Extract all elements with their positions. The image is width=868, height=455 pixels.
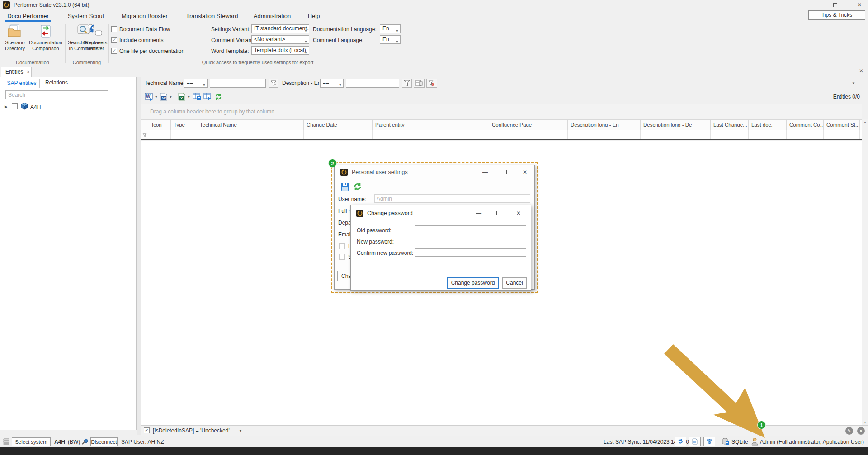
autofilter-cell[interactable] xyxy=(304,130,373,139)
column-header-parent-entity[interactable]: Parent entity xyxy=(373,120,489,130)
user-icon[interactable] xyxy=(751,437,758,446)
autofilter-cell[interactable] xyxy=(711,130,749,139)
scenario-directory-button[interactable]: Scenario Directory xyxy=(2,23,28,52)
column-header-type[interactable]: Type xyxy=(171,120,197,130)
tips-tricks-button[interactable]: Tips & Tricks xyxy=(808,10,865,20)
apply-filter-icon[interactable] xyxy=(402,79,412,88)
vertical-scrollbar[interactable]: ▲ ▼ xyxy=(862,119,868,425)
settings-variant-dropdown[interactable]: IT standard document... xyxy=(251,24,309,33)
user-name-input[interactable] xyxy=(374,194,530,203)
filter-row-dropdown-icon[interactable]: ▼ xyxy=(852,81,855,85)
autofilter-cell[interactable] xyxy=(641,130,711,139)
scroll-down-icon[interactable]: ▼ xyxy=(863,421,867,424)
column-header-description-en[interactable]: Description long - En xyxy=(568,120,641,130)
dialog-close-button[interactable]: ✕ xyxy=(512,210,525,216)
window-minimize-button[interactable]: — xyxy=(805,1,818,9)
filter-technical-name-operator[interactable]: == xyxy=(184,79,208,88)
comments-transfer-button[interactable]: Comments Transfer xyxy=(83,23,107,52)
confirm-password-input[interactable] xyxy=(415,248,526,257)
one-file-per-doc-checkbox[interactable] xyxy=(111,48,117,54)
tree-search-input[interactable] xyxy=(5,90,108,99)
tab-entities[interactable]: Entities× xyxy=(1,67,32,77)
ribbon-tab-administration[interactable]: Administration xyxy=(250,12,295,22)
documentation-comparison-button[interactable]: Documentation Comparison xyxy=(29,23,62,52)
autofilter-cell[interactable] xyxy=(197,130,304,139)
ribbon-tab-docu-performer[interactable]: Docu Performer xyxy=(5,12,51,22)
comment-language-dropdown[interactable]: En xyxy=(380,35,401,44)
reload-icon[interactable] xyxy=(353,182,362,191)
include-comments-checkbox[interactable] xyxy=(111,37,117,43)
tree-item-checkbox[interactable] xyxy=(12,103,18,109)
filter-panel-checkbox[interactable] xyxy=(144,427,150,433)
document-area-close-icon[interactable]: ✕ xyxy=(859,68,863,74)
clear-filter-icon[interactable]: x xyxy=(426,79,437,88)
edit-filter-icon[interactable]: ✎ xyxy=(845,427,853,435)
column-header-description-de[interactable]: Description long - De xyxy=(641,120,711,130)
change-password-button[interactable]: Change password xyxy=(447,277,499,289)
dialog-close-button[interactable]: ✕ xyxy=(518,169,532,175)
autofilter-cell[interactable] xyxy=(149,130,171,139)
column-header-comment-st[interactable]: Comment St... xyxy=(824,120,860,130)
old-password-input[interactable] xyxy=(415,225,526,234)
panel-splitter[interactable] xyxy=(137,77,141,435)
comment-variant-dropdown[interactable]: <No variant> xyxy=(251,35,309,44)
dialog-minimize-button[interactable]: — xyxy=(478,169,492,175)
autofilter-cell[interactable] xyxy=(749,130,787,139)
ribbon-tab-translation-steward[interactable]: Translation Steward xyxy=(183,12,241,22)
window-close-button[interactable]: ✕ xyxy=(853,1,866,9)
window-maximize-button[interactable] xyxy=(833,3,837,7)
word-export-dropdown-icon[interactable]: ▼ xyxy=(155,95,158,99)
documentation-language-dropdown[interactable]: En xyxy=(380,24,401,33)
disconnect-button[interactable]: Disconnect xyxy=(90,437,118,446)
excel-export-icon[interactable]: X xyxy=(178,93,185,101)
word-template-dropdown-icon[interactable]: ▼ xyxy=(169,95,172,99)
column-header-last-doc[interactable]: Last doc. xyxy=(749,120,787,130)
settings-checkbox-1[interactable] xyxy=(339,243,345,249)
autofilter-cell[interactable] xyxy=(787,130,824,139)
autofilter-cell[interactable] xyxy=(824,130,860,139)
dialog-maximize-button[interactable] xyxy=(496,211,500,215)
word-template-dropdown[interactable]: Template.dotx (Local) xyxy=(251,46,309,55)
column-header-icon[interactable]: Icon xyxy=(149,120,171,130)
column-header-comment-co[interactable]: Comment Co... xyxy=(787,120,824,130)
select-system-button[interactable]: Select system xyxy=(12,437,51,446)
autofilter-cell[interactable] xyxy=(568,130,641,139)
ribbon-tab-system-scout[interactable]: System Scout xyxy=(64,12,108,22)
tab-relations[interactable]: Relations xyxy=(42,79,71,88)
autofilter-cell[interactable] xyxy=(489,130,568,139)
current-user[interactable]: Admin (Full administrator, Application U… xyxy=(760,439,864,445)
tree-item-a4h[interactable]: A4H xyxy=(30,104,41,110)
excel-export-dropdown-icon[interactable]: ▼ xyxy=(187,95,190,99)
word-export-icon[interactable]: W xyxy=(145,93,153,101)
tab-close-icon[interactable]: × xyxy=(27,69,29,75)
dialog-minimize-button[interactable]: — xyxy=(472,210,486,216)
save-icon[interactable] xyxy=(340,182,349,191)
settings-checkbox-2[interactable] xyxy=(339,254,345,260)
ribbon-tab-help[interactable]: Help xyxy=(304,12,324,22)
filter-description-operator[interactable]: == xyxy=(320,79,344,88)
autofilter-cell[interactable] xyxy=(171,130,197,139)
filter-technical-name-input[interactable] xyxy=(210,79,266,88)
cancel-button[interactable]: Cancel xyxy=(502,277,527,289)
new-password-input[interactable] xyxy=(415,237,526,245)
scroll-up-icon[interactable]: ▲ xyxy=(863,121,867,124)
autofilter-cell[interactable] xyxy=(373,130,489,139)
sync-button[interactable] xyxy=(675,437,686,446)
column-header-technical-name[interactable]: Technical Name xyxy=(197,120,304,130)
tree-expand-icon[interactable]: ▶ xyxy=(5,104,8,109)
ribbon-tab-migration-booster[interactable]: Migration Booster xyxy=(117,12,173,22)
filter-panel-expression[interactable]: [IsDeletedInSAP] = 'Unchecked' xyxy=(153,427,230,434)
table-save-icon[interactable] xyxy=(193,93,201,101)
word-template-icon[interactable]: W xyxy=(160,93,167,101)
column-header-last-change[interactable]: Last Change... xyxy=(711,120,749,130)
log-button[interactable] xyxy=(689,437,701,446)
column-chooser-icon[interactable] xyxy=(414,79,425,88)
document-data-flow-checkbox[interactable] xyxy=(111,26,117,32)
filter-description-input[interactable] xyxy=(346,79,399,88)
close-filter-icon[interactable]: ✕ xyxy=(857,427,865,435)
compare-button[interactable] xyxy=(703,437,715,446)
column-header-change-date[interactable]: Change Date xyxy=(304,120,373,130)
tab-sap-entities[interactable]: SAP entities xyxy=(4,79,40,88)
table-import-icon[interactable] xyxy=(203,93,212,101)
filter-panel-dropdown-icon[interactable]: ▼ xyxy=(239,429,242,433)
